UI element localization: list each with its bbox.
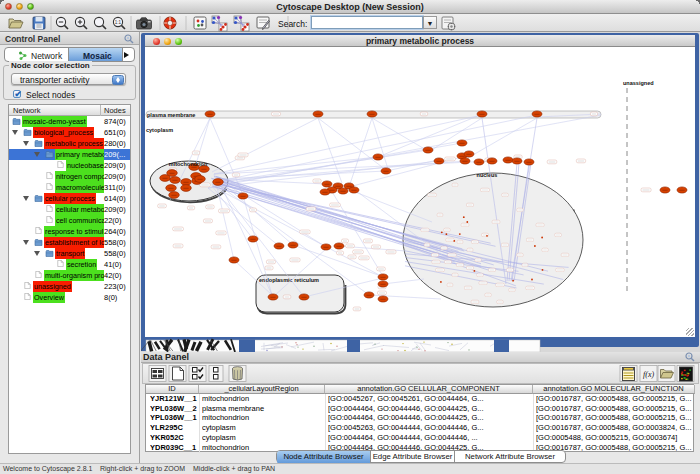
svg-text:unassigned: unassigned (623, 80, 654, 86)
svg-text:plasma membrane: plasma membrane (147, 112, 195, 118)
svg-text:f(x): f(x) (643, 370, 654, 379)
svg-text:mitochondrion: mitochondrion (169, 161, 208, 167)
svg-text:1:1: 1:1 (115, 20, 122, 25)
svg-text:cytoplasm: cytoplasm (146, 127, 173, 133)
svg-text:nucleus: nucleus (477, 172, 498, 178)
